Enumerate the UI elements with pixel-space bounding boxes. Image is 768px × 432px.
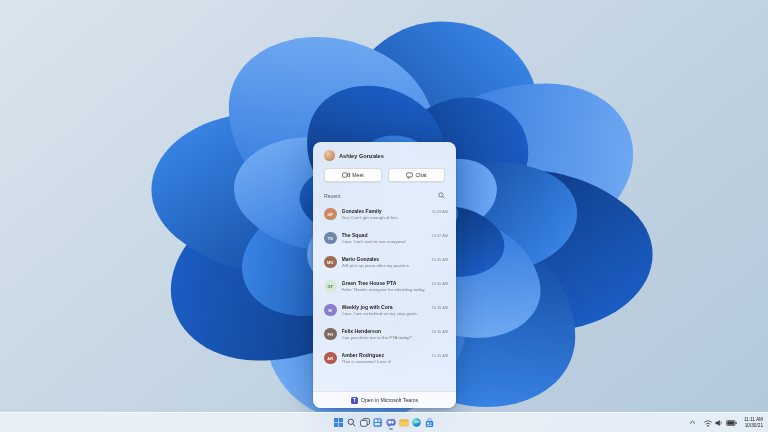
windows-start-icon bbox=[334, 418, 343, 427]
avatar-initials: FH bbox=[328, 332, 333, 337]
conversation-preview: Will pick up pizza after my practice. bbox=[342, 263, 449, 268]
conversation-row[interactable]: AR Amber Rodriguez 10:15 AM That is awes… bbox=[313, 346, 456, 370]
system-tray: 11:11 AM 10/30/21 bbox=[687, 413, 765, 432]
avatar-initials: TS bbox=[328, 236, 333, 241]
recent-header-row: Recent bbox=[313, 190, 456, 202]
conversation-time: 10:30 AM bbox=[432, 281, 448, 286]
conversation-content: The Squad 10:47 AM Cora: Can't wait to s… bbox=[342, 232, 449, 244]
action-buttons-row: Meet Chat bbox=[313, 166, 456, 190]
conversation-avatar: GT bbox=[324, 280, 337, 293]
conversation-name: The Squad bbox=[342, 232, 368, 238]
edge-browser-icon bbox=[412, 418, 421, 427]
teams-chat-icon bbox=[386, 418, 396, 428]
conversation-name: Mario Gonzales bbox=[342, 256, 380, 262]
store-button[interactable] bbox=[423, 415, 436, 430]
chat-taskbar-button[interactable] bbox=[384, 415, 397, 430]
teams-icon: T bbox=[351, 397, 358, 404]
conversation-time: 10:16 AM bbox=[432, 329, 448, 334]
avatar-initials: MG bbox=[327, 260, 333, 265]
video-camera-icon bbox=[342, 172, 350, 178]
chat-flyout-panel: Ashley Gonzales Meet Chat Recent bbox=[313, 142, 456, 408]
conversation-content: Felix Henderson 10:16 AM Can you drive m… bbox=[342, 328, 449, 340]
tray-time: 11:11 AM bbox=[744, 417, 763, 423]
conversation-preview: Cora: Can't wait to see everyone! bbox=[342, 239, 449, 244]
avatar-initials: W bbox=[328, 308, 332, 313]
conversation-content: Amber Rodriguez 10:15 AM That is awesome… bbox=[342, 352, 449, 364]
battery-icon bbox=[726, 420, 737, 426]
desktop: Ashley Gonzales Meet Chat Recent bbox=[0, 0, 768, 432]
widgets-icon bbox=[373, 418, 382, 427]
conversation-content: Mario Gonzales 10:35 AM Will pick up piz… bbox=[342, 256, 449, 268]
hidden-icons-button[interactable] bbox=[687, 418, 698, 427]
avatar-initials: AR bbox=[327, 356, 333, 361]
conversation-content: Green Tree House PTA 10:30 AM Felix: Tha… bbox=[342, 280, 449, 292]
file-explorer-button[interactable] bbox=[397, 415, 410, 430]
conversation-name: Weekly jog with Cora bbox=[342, 304, 393, 310]
search-icon bbox=[438, 192, 445, 199]
conversation-avatar: FH bbox=[324, 328, 337, 341]
conversation-preview: Felix: Thanks everyone for attending tod… bbox=[342, 287, 449, 292]
conversation-avatar: TS bbox=[324, 232, 337, 245]
open-in-teams-link[interactable]: T Open in Microsoft Teams bbox=[313, 391, 456, 408]
microsoft-store-icon bbox=[425, 418, 434, 428]
chat-panel-header: Ashley Gonzales bbox=[313, 142, 456, 166]
conversation-preview: You: Can't get enough of her. bbox=[342, 215, 449, 220]
conversation-time: 10:15 AM bbox=[432, 353, 448, 358]
conversation-avatar: GF bbox=[324, 208, 337, 221]
conversation-content: Weekly jog with Cora 10:18 AM Cora: I am… bbox=[342, 304, 449, 316]
edge-button[interactable] bbox=[410, 415, 423, 430]
taskbar: 11:11 AM 10/30/21 bbox=[0, 412, 768, 432]
meet-button-label: Meet bbox=[352, 172, 364, 178]
clock[interactable]: 11:11 AM 10/30/21 bbox=[742, 417, 765, 429]
start-button[interactable] bbox=[332, 415, 345, 430]
conversation-preview: That is awesome! Love it! bbox=[342, 359, 449, 364]
conversation-row[interactable]: MG Mario Gonzales 10:35 AM Will pick up … bbox=[313, 250, 456, 274]
conversation-avatar: AR bbox=[324, 352, 337, 365]
conversation-content: Gonzales Family 11:09 AM You: Can't get … bbox=[342, 208, 449, 220]
network-volume-battery-button[interactable] bbox=[701, 417, 739, 429]
conversation-name: Green Tree House PTA bbox=[342, 280, 397, 286]
chevron-up-icon bbox=[689, 420, 696, 425]
meet-button[interactable]: Meet bbox=[324, 168, 382, 182]
user-avatar[interactable] bbox=[324, 150, 335, 161]
search-taskbar-button[interactable] bbox=[345, 415, 358, 430]
search-button[interactable] bbox=[438, 192, 445, 199]
volume-icon bbox=[715, 419, 723, 427]
conversation-row[interactable]: TS The Squad 10:47 AM Cora: Can't wait t… bbox=[313, 226, 456, 250]
conversation-time: 11:09 AM bbox=[432, 209, 448, 214]
conversation-row[interactable]: GF Gonzales Family 11:09 AM You: Can't g… bbox=[313, 202, 456, 226]
conversation-list: GF Gonzales Family 11:09 AM You: Can't g… bbox=[313, 202, 456, 391]
conversation-time: 10:18 AM bbox=[432, 305, 448, 310]
tray-date: 10/30/21 bbox=[744, 423, 763, 429]
conversation-avatar: W bbox=[324, 304, 337, 317]
chat-button[interactable]: Chat bbox=[388, 168, 446, 182]
conversation-name: Gonzales Family bbox=[342, 208, 382, 214]
avatar-initials: GF bbox=[327, 212, 333, 217]
conversation-preview: Cora: I am so behind on my step goals. bbox=[342, 311, 449, 316]
conversation-time: 10:35 AM bbox=[432, 257, 448, 262]
conversation-name: Amber Rodriguez bbox=[342, 352, 384, 358]
chat-button-label: Chat bbox=[416, 172, 427, 178]
taskbar-center-icons bbox=[332, 413, 436, 432]
avatar-initials: GT bbox=[327, 284, 333, 289]
conversation-row[interactable]: FH Felix Henderson 10:16 AM Can you driv… bbox=[313, 322, 456, 346]
chat-bubble-icon bbox=[406, 172, 413, 179]
widgets-button[interactable] bbox=[371, 415, 384, 430]
wifi-icon bbox=[703, 419, 713, 427]
task-view-icon bbox=[360, 418, 370, 427]
task-view-button[interactable] bbox=[358, 415, 371, 430]
conversation-time: 10:47 AM bbox=[432, 233, 448, 238]
conversation-row[interactable]: GT Green Tree House PTA 10:30 AM Felix: … bbox=[313, 274, 456, 298]
search-icon bbox=[347, 418, 356, 427]
conversation-row[interactable]: W Weekly jog with Cora 10:18 AM Cora: I … bbox=[313, 298, 456, 322]
open-in-teams-label: Open in Microsoft Teams bbox=[361, 397, 418, 403]
conversation-avatar: MG bbox=[324, 256, 337, 269]
conversation-name: Felix Henderson bbox=[342, 328, 382, 334]
conversation-preview: Can you drive me to the PTA today? bbox=[342, 335, 449, 340]
user-name: Ashley Gonzales bbox=[339, 153, 384, 159]
recent-label: Recent bbox=[324, 193, 340, 199]
file-explorer-icon bbox=[399, 418, 409, 427]
